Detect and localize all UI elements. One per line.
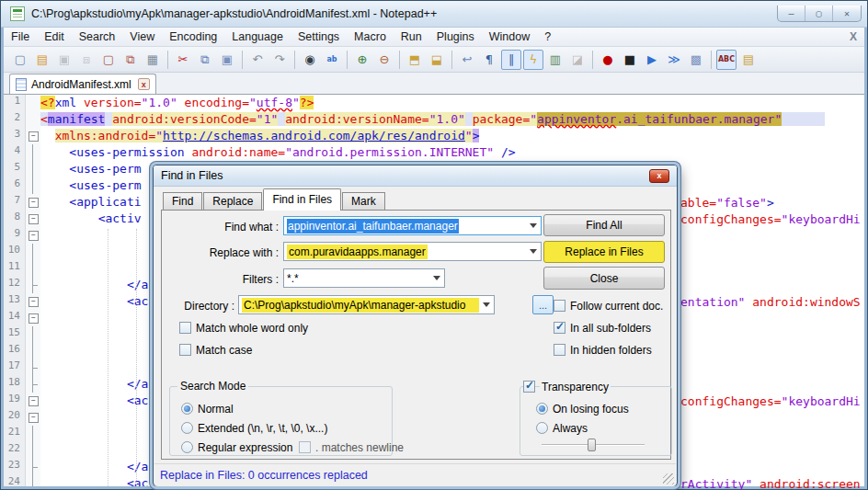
dialog-close-icon[interactable]: x: [649, 169, 669, 183]
transparency-slider[interactable]: [542, 439, 645, 451]
open-file-icon[interactable]: ▤: [32, 50, 52, 70]
word-wrap-icon[interactable]: ↩: [457, 50, 477, 70]
record-macro-icon[interactable]: ●: [598, 50, 618, 70]
close-document-icon[interactable]: X: [850, 30, 857, 43]
menu-window[interactable]: Window: [482, 28, 537, 45]
search-mode-regex-radio[interactable]: [181, 441, 193, 453]
chevron-down-icon[interactable]: [433, 276, 440, 284]
chevron-down-icon[interactable]: [530, 249, 537, 257]
replace-with-label: Replace with :: [190, 246, 279, 259]
in-hidden-folders-checkbox[interactable]: [554, 344, 565, 356]
menu-edit[interactable]: Edit: [37, 28, 72, 45]
sync-horizontal-icon[interactable]: ⬓: [427, 50, 447, 70]
tab-androidmanifest[interactable]: AndroidManifest.xml x: [9, 74, 156, 94]
fold-toggle-icon[interactable]: [26, 310, 40, 326]
tab-close-icon[interactable]: x: [138, 78, 150, 90]
stop-macro-icon[interactable]: ■: [620, 50, 640, 70]
dialog-title-bar[interactable]: Find in Files x: [154, 165, 677, 187]
sync-vertical-icon[interactable]: ⬒: [405, 50, 425, 70]
code-token: <?: [40, 96, 55, 109]
show-all-chars-icon[interactable]: ¶: [479, 50, 499, 70]
fold-toggle-icon[interactable]: [26, 211, 40, 227]
zoom-in-icon[interactable]: ⊕: [352, 50, 372, 70]
line-number: 3: [4, 128, 26, 144]
code-token: />: [494, 145, 515, 159]
copy-icon[interactable]: ⧉: [195, 50, 215, 70]
dialog-tab-find[interactable]: Find: [163, 192, 202, 211]
close-dialog-button[interactable]: Close: [543, 267, 665, 290]
spell-check-icon[interactable]: ABC: [716, 50, 737, 70]
indent-guide-icon[interactable]: ∥: [501, 50, 521, 70]
menu-search[interactable]: Search: [72, 28, 123, 45]
find-all-button[interactable]: Find All: [543, 214, 665, 236]
menu-plugins[interactable]: Plugins: [429, 28, 482, 45]
editor-line-2[interactable]: 2<manifest android:versionCode="1" andro…: [4, 111, 864, 128]
play-macro-icon[interactable]: ▶: [642, 50, 662, 70]
fold-toggle-icon[interactable]: [26, 194, 40, 211]
on-losing-focus-radio[interactable]: [536, 403, 548, 415]
match-whole-word-checkbox[interactable]: [179, 322, 191, 334]
monitoring-icon[interactable]: ▤: [738, 50, 759, 70]
document-map-icon[interactable]: ▥: [545, 50, 565, 70]
menu-[interactable]: ?: [537, 28, 558, 45]
chevron-down-icon[interactable]: [483, 302, 490, 311]
dialog-tab-replace[interactable]: Replace: [203, 192, 262, 211]
redo-icon[interactable]: ↷: [269, 50, 290, 70]
run-macro-multiple-icon[interactable]: ≫: [664, 50, 684, 70]
fold-toggle-icon[interactable]: [26, 227, 40, 244]
matches-newline-checkbox[interactable]: [299, 441, 311, 453]
save-macro-icon[interactable]: ▩: [686, 50, 706, 70]
toolbar-separator: [399, 51, 400, 69]
function-list-icon[interactable]: ϟ: [523, 50, 543, 70]
menu-macro[interactable]: Macro: [347, 28, 394, 45]
match-case-checkbox[interactable]: [179, 344, 191, 356]
replace-in-files-button[interactable]: Replace in Files: [543, 241, 665, 263]
transparency-checkbox[interactable]: [523, 381, 535, 393]
paste-icon[interactable]: ▣: [217, 50, 237, 70]
new-file-icon[interactable]: ▢: [10, 50, 30, 70]
resize-grip[interactable]: [663, 473, 674, 484]
slider-thumb[interactable]: [588, 439, 596, 451]
always-radio[interactable]: [536, 422, 548, 434]
cut-icon[interactable]: ✂: [173, 50, 193, 70]
zoom-out-icon[interactable]: ⊖: [374, 50, 394, 70]
undo-icon[interactable]: ↶: [247, 50, 268, 70]
minimize-button[interactable]: —: [778, 6, 805, 21]
close-file-icon[interactable]: ▢: [98, 50, 119, 70]
search-mode-extended-radio[interactable]: [181, 422, 193, 434]
title-bar[interactable]: C:\Prog\apkstudio\myApk\manager-apkstudi…: [1, 1, 867, 28]
fold-toggle-icon[interactable]: [26, 409, 40, 426]
fold-toggle-icon[interactable]: [26, 393, 40, 409]
editor-line-4[interactable]: 4 <uses-permission android:name="android…: [4, 144, 864, 161]
close-button[interactable]: ✕: [833, 6, 861, 21]
editor-line-1[interactable]: 1<?xml version="1.0" encoding="utf-8"?>: [4, 95, 864, 111]
maximize-button[interactable]: ▢: [805, 6, 833, 21]
menu-encoding[interactable]: Encoding: [162, 28, 224, 45]
print-icon[interactable]: ▦: [143, 50, 163, 70]
editor-line-3[interactable]: 3 xmlns:android="http://schemas.android.…: [4, 128, 864, 144]
close-all-icon[interactable]: ⧉: [120, 50, 141, 70]
browse-directory-button[interactable]: ...: [532, 295, 554, 314]
notepad-plus-plus-window: C:\Prog\apkstudio\myApk\manager-apkstudi…: [0, 0, 868, 490]
menu-run[interactable]: Run: [394, 28, 429, 45]
in-all-subfolders-checkbox[interactable]: [554, 322, 565, 334]
code-token: package=: [473, 112, 531, 126]
menu-file[interactable]: File: [4, 28, 37, 45]
menu-language[interactable]: Language: [224, 28, 291, 45]
search-mode-normal-radio[interactable]: [181, 403, 193, 415]
follow-current-doc-checkbox[interactable]: [554, 300, 565, 312]
dialog-tab-mark[interactable]: Mark: [342, 192, 385, 211]
replace-icon[interactable]: ab: [322, 50, 342, 70]
menu-view[interactable]: View: [122, 28, 162, 45]
replace-with-combobox[interactable]: com.puravidaapps.manager: [283, 242, 542, 261]
find-icon[interactable]: ◉: [300, 50, 320, 70]
chevron-down-icon[interactable]: [530, 223, 537, 232]
fold-toggle-icon[interactable]: [26, 128, 40, 144]
menu-settings[interactable]: Settings: [291, 28, 347, 45]
filters-combobox[interactable]: *.*: [283, 268, 445, 288]
directory-combobox[interactable]: C:\Prog\apkstudio\myApk\manager-apkstudi…: [238, 295, 495, 314]
toolbar-separator: [451, 51, 452, 69]
find-what-combobox[interactable]: appinventor.ai_taifunbaer.manager: [283, 216, 542, 235]
dialog-tab-find-in-files[interactable]: Find in Files: [263, 188, 341, 211]
fold-toggle-icon[interactable]: [26, 293, 40, 310]
